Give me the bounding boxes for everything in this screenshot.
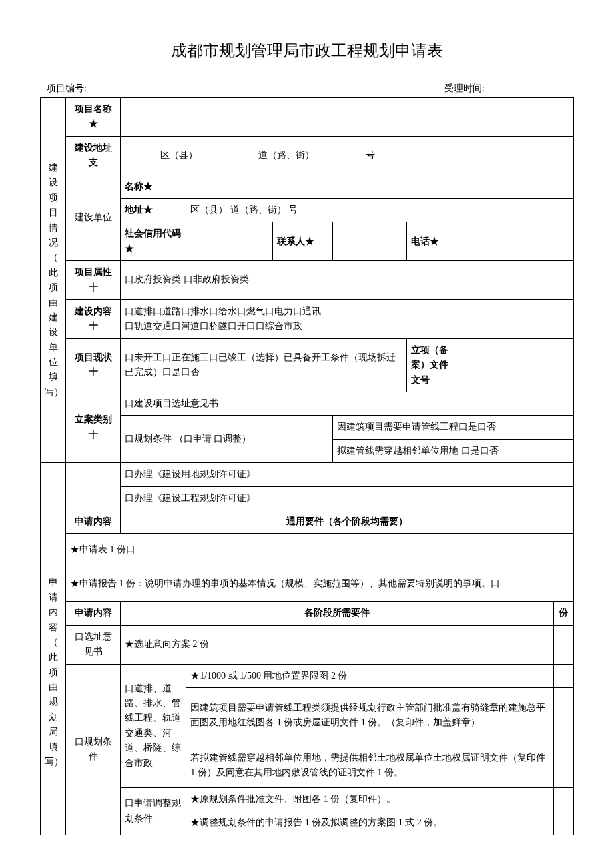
field-copies-6[interactable] [553,811,573,835]
field-contact[interactable] [333,222,406,261]
label-plan-cond: 口规划条件 [66,664,121,835]
field-case2b2[interactable]: 拟建管线需穿越相邻单位用地 口是口否 [333,439,574,462]
field-addr-branch[interactable]: 区（县） 道（路、街） 号 [121,136,574,175]
field-proj-name[interactable] [121,98,574,137]
field-case2a[interactable]: 口规划条件 （口申请 口调整） [121,416,333,463]
field-plan-e: ★调整规划条件的申请报告 1 份及拟调整的方案图 1 式 2 份。 [186,811,554,835]
label-addr-branch: 建设地址支 [66,136,121,175]
field-case3[interactable]: 口办理《建设用地规划许可证》 [121,463,574,486]
label-status: 项目现状十 [66,338,121,392]
field-plan-a: ★1/1000 或 1/500 用地位置界限图 2 份 [186,664,554,687]
label-social-code: 社会信用代码★ [121,222,186,261]
label-plan-sub1: 口道排、道路、排水、管线工程、轨道交通类、河道、桥隧、综合市政 [121,664,186,787]
label-case-type-ext [66,463,121,486]
label-contact: 联系人★ [273,222,333,261]
label-site-opinion: 口选址意见书 [66,625,121,664]
header-general-req: 通用要件（各个阶段均需要） [121,510,574,534]
label-content: 建设内容十 [66,299,121,338]
label-plan-sub2: 口申请调整规划条件 [121,787,186,835]
field-site-opinion: ★选址意向方案 2 份 [121,625,554,664]
accept-time: 受理时间: [444,81,567,95]
page-title: 成都市规划管理局市政工程规划申请表 [40,40,574,61]
label-unit-addr: 地址★ [121,198,186,222]
application-form: 建设项目情况（ 此项由建设单位填写） 项目名称★ 建设地址支 区（县） 道（路、… [40,97,574,835]
field-status[interactable]: 口未开工口正在施工口已竣工（选择）已具备开工条件（现场拆迁已完成）口是口否 [121,338,406,392]
label-case-type: 立案类别十 [66,392,121,463]
field-case1[interactable]: 口建设项目选址意见书 [121,392,574,416]
label-build-unit: 建设单位 [66,175,121,261]
section1-vlabel-ext [41,463,66,486]
section1-vlabel-ext2 [41,486,66,510]
field-case2b1[interactable]: 因建筑项目需要申请管线工程口是口否 [333,416,574,439]
field-plan-d: ★原规划条件批准文件、附图各 1 份（复印件）。 [186,787,554,811]
project-no-value[interactable] [89,81,236,91]
project-no: 项目编号: [47,81,236,95]
label-filing: 立项（备案）文件文号 [406,338,460,392]
field-filing[interactable] [460,338,573,392]
section2-vlabel: 申请内容（ 此项由规划局填写） [41,510,66,835]
label-app-content2: 申请内容 [66,602,121,625]
accept-time-label: 受理时间: [444,83,485,95]
label-case-type-ext2 [66,486,121,510]
label-attr: 项目属性十 [66,261,121,300]
section1-vlabel: 建设项目情况（ 此项由建设单位填写） [41,98,66,463]
field-general-1: ★申请表 1 份口 [66,534,574,566]
field-copies-1[interactable] [553,625,573,664]
field-copies-2[interactable] [553,664,573,687]
meta-row: 项目编号: 受理时间: [40,81,574,95]
field-copies-4[interactable] [553,743,573,787]
label-app-content1: 申请内容 [66,510,121,534]
project-no-label: 项目编号: [47,83,87,95]
field-phone[interactable] [460,222,573,261]
field-unit-addr[interactable]: 区（县） 道（路、街） 号 [186,198,574,222]
field-case4[interactable]: 口办理《建设工程规划许可证》 [121,486,574,510]
label-copies: 份 [553,602,573,625]
label-phone: 电话★ [406,222,460,261]
field-general-2: ★申请报告 1 份：说明申请办理的事项的基本情况（规模、实施范围等）、其他需要特… [66,566,574,602]
field-plan-c: 若拟建管线需穿越相邻单位用地，需提供相邻土地权属单位土地权属证明文件（复印件 1… [186,743,554,787]
field-content[interactable]: 口道排口道路口排水口给水口燃气口电力口通讯 口轨道交通口河道口桥隧口开口口综合市… [121,299,574,338]
field-unit-name[interactable] [186,175,574,198]
header-stage-req: 各阶段所需要件 [121,602,554,625]
accept-time-value[interactable] [487,81,567,91]
field-social-code[interactable] [186,222,273,261]
field-attr[interactable]: 口政府投资类 口非政府投资类 [121,261,574,300]
field-copies-3[interactable] [553,687,573,743]
label-proj-name: 项目名称★ [66,98,121,137]
field-plan-b: 因建筑项目需要申请管线工程类须提供经规划行政主管部门批准盖有骑缝章的建施总平面图… [186,687,554,743]
label-unit-name: 名称★ [121,175,186,198]
field-copies-5[interactable] [553,787,573,811]
